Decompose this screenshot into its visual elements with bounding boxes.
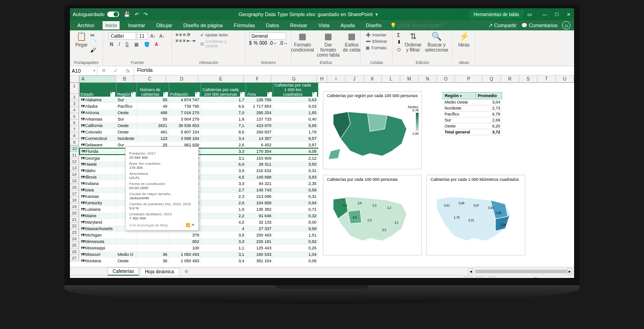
cell[interactable]: Connecticut <box>80 135 116 142</box>
table-tools-tab[interactable]: Herramientas de tabla <box>469 10 523 19</box>
column-header[interactable]: T <box>537 75 556 83</box>
cell[interactable]: 295 254 <box>246 110 273 116</box>
row-header[interactable]: 7 <box>70 126 79 133</box>
cell[interactable]: Alabama <box>80 97 116 103</box>
cell[interactable]: Delaware <box>80 142 116 148</box>
cell[interactable]: 0,32 <box>273 213 318 219</box>
column-header[interactable]: A <box>79 75 116 83</box>
cell[interactable]: 135 382 <box>246 206 273 213</box>
cell[interactable]: Oeste <box>116 129 137 135</box>
autosave-toggle[interactable]: Autoguardado <box>73 12 119 17</box>
cell[interactable]: Michigan <box>80 232 116 238</box>
column-header[interactable]: D <box>166 75 198 83</box>
cell[interactable]: 3,3 <box>201 180 246 187</box>
ideas-button[interactable]: ⚡Ideas <box>458 32 469 47</box>
find-select-button[interactable]: 🔍Buscar y seleccionar <box>425 32 448 52</box>
bold-button[interactable]: N <box>109 41 115 47</box>
ribbon-tab[interactable]: Archivo <box>75 21 97 29</box>
cell[interactable]: 8,6 <box>201 129 246 135</box>
column-header[interactable]: K <box>364 75 382 83</box>
italic-button[interactable]: I <box>117 41 121 47</box>
cell[interactable]: 9,99 <box>273 225 318 232</box>
filter-button[interactable] <box>240 92 245 97</box>
cell[interactable]: 381 154 <box>246 258 273 264</box>
cell[interactable]: Maine <box>80 213 116 219</box>
row-header[interactable]: 5 <box>70 113 79 120</box>
cell[interactable]: Georgia <box>80 155 116 161</box>
row-header[interactable]: 21 <box>70 216 79 223</box>
cell[interactable]: 2821 <box>137 122 169 129</box>
column-header[interactable]: J <box>345 75 364 83</box>
row-header[interactable]: 13 <box>70 165 79 171</box>
cell[interactable]: 6 452 <box>246 142 273 148</box>
cell[interactable]: 2,3 <box>201 193 246 200</box>
cell[interactable]: 153 909 <box>246 155 273 161</box>
save-icon[interactable]: 💾 <box>124 12 130 17</box>
cell[interactable]: Iowa <box>80 187 116 193</box>
cell[interactable]: 0,94 <box>273 200 318 206</box>
cell[interactable]: 3,4 <box>201 258 246 264</box>
filter-button[interactable] <box>131 92 136 97</box>
filter-button[interactable] <box>312 92 317 97</box>
cell[interactable]: 2,7 <box>201 187 246 193</box>
delete-cells-button[interactable]: ➖ Eliminar <box>364 39 389 44</box>
add-sheet-button[interactable]: ⊕ <box>182 269 190 274</box>
cell[interactable]: 104 659 <box>246 200 273 206</box>
cell[interactable]: 27 337 <box>246 225 273 232</box>
cell[interactable]: 1 050 493 <box>169 258 201 264</box>
enter-formula-icon[interactable]: ✓ <box>114 68 118 74</box>
cell[interactable]: 49 <box>137 103 169 110</box>
underline-button[interactable]: S <box>124 41 130 47</box>
column-header[interactable]: C <box>134 75 166 83</box>
column-header[interactable]: P <box>455 75 483 83</box>
minimize-icon[interactable]: — <box>542 12 547 17</box>
column-header[interactable]: S <box>519 75 538 83</box>
ribbon-tab[interactable]: Insertar <box>125 21 148 29</box>
close-icon[interactable]: ✕ <box>566 12 571 17</box>
cell[interactable]: 0,26 <box>273 245 318 251</box>
column-header[interactable]: E <box>198 75 244 83</box>
cell[interactable]: Illinois <box>80 174 116 180</box>
row-header[interactable]: 22 <box>70 223 79 229</box>
cell[interactable]: 3,9 <box>201 167 246 174</box>
copy-icon[interactable]: 📄 <box>90 40 97 46</box>
font-color-button[interactable]: A <box>154 41 160 47</box>
cancel-formula-icon[interactable]: ✕ <box>102 68 106 74</box>
cell[interactable]: 1,1 <box>201 245 246 251</box>
cell[interactable]: 85 <box>137 97 169 103</box>
column-header[interactable]: F <box>244 75 271 83</box>
sheet-tab[interactable]: Hoja dinámica <box>140 268 179 275</box>
cell[interactable] <box>137 232 169 238</box>
ribbon-tab[interactable]: Datos <box>263 21 282 29</box>
cell[interactable]: 1,04 <box>273 251 318 258</box>
cell[interactable]: 39 536 653 <box>169 122 201 129</box>
cell[interactable]: 145 743 <box>246 187 273 193</box>
name-box[interactable]: A10▾ <box>70 66 98 75</box>
cell-styles-button[interactable]: ▦Estilos de celda <box>343 32 361 52</box>
formula-bar[interactable]: Florida <box>134 66 574 75</box>
cell[interactable]: 1,9 <box>201 206 246 213</box>
row-header[interactable]: 19 <box>70 203 79 210</box>
cell[interactable]: Idaho <box>80 167 116 174</box>
cell[interactable]: Arizona <box>80 110 116 116</box>
map-chart-per-100k[interactable]: Cafeterías por cada 100 000 personas 7,4… <box>323 175 422 255</box>
cell[interactable]: 135 765 <box>246 97 273 103</box>
increase-font-icon[interactable]: A↑ <box>149 32 157 40</box>
cell[interactable]: Colorado <box>80 129 116 135</box>
cell[interactable]: 0,03 <box>273 103 318 110</box>
cell[interactable]: 8,00 <box>273 219 318 225</box>
row-header[interactable]: 23 <box>70 229 79 236</box>
cell[interactable]: Massachusetts <box>80 225 116 232</box>
cell[interactable]: Minnesota <box>80 238 116 245</box>
row-header[interactable]: 6 <box>70 120 79 126</box>
cell[interactable]: 379 <box>169 232 201 238</box>
cell[interactable] <box>116 232 137 238</box>
cell[interactable] <box>137 245 169 251</box>
cell[interactable]: 269 837 <box>246 129 273 135</box>
cell[interactable]: 91 646 <box>246 213 273 219</box>
undo-icon[interactable]: ↶ <box>135 12 139 17</box>
cell[interactable]: 216 632 <box>246 167 273 174</box>
cell[interactable]: 0,71 <box>273 206 318 213</box>
cell[interactable] <box>116 245 137 251</box>
cell[interactable]: 0,31 <box>273 193 318 200</box>
